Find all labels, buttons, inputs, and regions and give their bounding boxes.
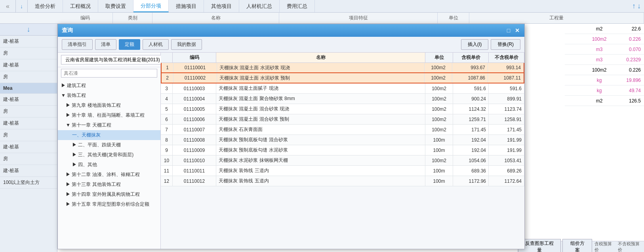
bg-unit: kg [589, 78, 609, 83]
tree-item[interactable]: 一、天棚抹灰 [58, 130, 160, 140]
tab-dingedit[interactable]: 定额 [119, 39, 140, 50]
data-row[interactable]: 401110004天棚抹灰 混凝土面 聚合物砂浆 8mm100m2900.248… [161, 94, 524, 104]
th-tax-price: 含税单价 [453, 53, 489, 63]
data-row[interactable]: 801110008天棚抹灰 预制底板勾缝 混合砂浆100m192.04191.9… [161, 135, 524, 145]
data-cell: 100m [425, 166, 453, 176]
nav-item-其他项目[interactable]: 其他项目 [204, 0, 239, 12]
data-table-body: 101110001天棚抹灰 混凝土面 水泥砂浆 现浇100m2993.67993… [161, 63, 524, 249]
nav-item-人材机汇总[interactable]: 人材机汇总 [239, 0, 280, 12]
col-header-feature: 项目特征 [279, 13, 438, 23]
tree-item[interactable]: ▶ 第九章 楼地面装饰工程 [58, 100, 160, 110]
sidebar-item[interactable]: 房 [0, 106, 57, 117]
col-header-qty: 工程量 [469, 13, 644, 23]
data-row[interactable]: 101110001天棚抹灰 混凝土面 水泥砂浆 现浇100m2993.67993… [161, 63, 524, 73]
bg-qty: 0.070 [617, 47, 641, 52]
data-row[interactable]: 1001110010天棚抹灰 水泥砂浆 抹钢板网天棚100m21054.0610… [161, 155, 524, 166]
data-cell: 7 [161, 125, 173, 135]
bg-row: m2126.5 [565, 96, 644, 106]
sidebar-item[interactable]: 房 [0, 47, 57, 59]
tab-mydata[interactable]: 我的数据 [171, 39, 202, 50]
collapse-btn[interactable]: « [0, 0, 16, 12]
sidebar-item[interactable]: 房 [0, 153, 57, 165]
data-cell: 4 [161, 94, 173, 104]
nav-down-btn[interactable]: ↓ [637, 2, 641, 10]
sidebar-item[interactable]: 建-桩基 [0, 141, 57, 153]
bg-qty: 0.226 [617, 67, 641, 73]
nav-up-btn[interactable]: ↑ [632, 2, 636, 10]
sidebar-item[interactable]: 建-桩基 [0, 165, 57, 177]
data-row[interactable]: 201110002天棚抹灰 混凝土面 水泥砂浆 预制100m21087.8610… [161, 73, 524, 83]
data-cell: 天棚抹灰 混凝土面 混合砂浆 预制 [216, 114, 425, 124]
data-row[interactable]: 1201110012天棚抹灰 装饰线 五道内100m1172.961172.64 [161, 176, 524, 186]
tab-qingdan[interactable]: 清单 [95, 39, 116, 50]
tree-item[interactable]: ▶ 第十五章 常用定型图章分析综合定额 [58, 199, 160, 209]
sidebar-item[interactable]: 建-桩基 [0, 36, 57, 47]
data-cell: 01110006 [173, 114, 216, 124]
replace-button[interactable]: 替换(R) [491, 39, 520, 50]
bg-row: m222.6 [565, 24, 644, 34]
data-row[interactable]: 901110009天棚抹灰 预制底板勾缝 水泥砂浆100m192.04191.9… [161, 145, 524, 155]
down-arrow-btn[interactable]: ↓ [16, 0, 28, 12]
data-cell: 1258.91 [489, 114, 524, 124]
sidebar-item[interactable]: 建-桩基 [0, 94, 57, 106]
tree-item[interactable]: ▶ 第十四章 室外附属及构筑物工程 [58, 189, 160, 199]
bg-row: kg49.74 [565, 85, 644, 96]
sidebar-item[interactable]: 房 [0, 129, 57, 141]
bg-qty: 0.226 [617, 36, 641, 42]
sidebar-item[interactable]: 建-桩基 [0, 59, 57, 71]
data-cell: 1259.71 [453, 114, 489, 124]
col-header-unit: 单位 [438, 13, 469, 23]
bg-row: 100m20.226 [565, 65, 644, 75]
sidebar-item[interactable]: 房 [0, 71, 57, 83]
tree-item[interactable]: ▶ 建筑工程 [58, 81, 160, 91]
col-header-name: 名称 [152, 13, 279, 23]
tree-item[interactable]: ▼ 装饰工程 [58, 91, 160, 100]
data-cell: 900.24 [453, 94, 489, 104]
quota-dropdown[interactable]: 云南省房屋建筑与装饰工程消耗量定额(2013) [61, 55, 169, 64]
data-cell: 01110009 [173, 145, 216, 155]
tree-item[interactable]: ▶ 三、其他天棚(龙骨和面层) [58, 150, 160, 160]
tree-item[interactable]: ▶ 第十章 墙、柱面与隔断、幕墙工程 [58, 110, 160, 120]
nav-item-取费设置[interactable]: 取费设置 [98, 0, 133, 12]
price-scheme-btn[interactable]: 组价方案 [562, 239, 592, 252]
sidebar-item[interactable]: 100以上竖向土方 [0, 177, 57, 189]
bg-unit: m2 [589, 26, 609, 32]
sidebar-down-btn[interactable]: ↓ [27, 25, 30, 34]
tree-item[interactable]: ▶ 第十二章 油漆、涂料、裱糊工程 [58, 170, 160, 180]
tab-qingdan-zhiyin[interactable]: 清单指引 [62, 39, 93, 50]
th-unit: 单位 [425, 53, 453, 63]
tab-rencaiji[interactable]: 人材机 [143, 39, 169, 50]
data-cell: 01110011 [173, 166, 216, 176]
data-cell: 5 [161, 104, 173, 114]
nav-item-费用汇总[interactable]: 费用汇总 [280, 0, 315, 12]
modal-minimize-btn[interactable]: □ [505, 27, 512, 34]
th-no [161, 53, 173, 63]
data-row[interactable]: 1101110011天棚抹灰 装饰线 三道内100m689.36689.26 [161, 166, 524, 176]
tree-search-input[interactable] [61, 69, 157, 78]
data-cell: 100m2 [425, 83, 453, 93]
tree-item[interactable]: ▶ 二、平面、跌级天棚 [58, 140, 160, 150]
tree-item[interactable]: ▶ 四、其他 [58, 160, 160, 170]
nav-item-工程概况[interactable]: 工程概况 [63, 0, 98, 12]
col-header-code: 编码 [57, 13, 113, 23]
sidebar-item[interactable]: Mea [0, 83, 57, 94]
nav-item-分部分项[interactable]: 分部分项 [133, 0, 169, 12]
data-row[interactable]: 301110003天棚抹灰 混凝土面腻子 现浇100m2591.6591.6 [161, 83, 524, 94]
sidebar-item[interactable]: 建-桩基 [0, 117, 57, 129]
nav-item-造价分析[interactable]: 造价分析 [28, 0, 63, 12]
tree-item[interactable]: ▼ 第十一章 天棚工程 [58, 120, 160, 130]
data-cell: 993.67 [452, 63, 488, 72]
tree-item[interactable]: ▶ 第十三章 其他装饰工程 [58, 180, 160, 189]
bg-row: 100m20.226 [565, 34, 644, 44]
nav-item-措施项目[interactable]: 措施项目 [169, 0, 204, 12]
bg-qty: 126.5 [617, 98, 641, 104]
data-cell: 100m2 [425, 155, 453, 165]
data-cell: 11 [161, 166, 173, 176]
modal-dialog: 查询 □ ✕ 清单指引 清单 定额 人材机 我的数据 插入(I) 替换(R) 云… [57, 24, 525, 249]
modal-close-btn[interactable]: ✕ [514, 27, 520, 34]
data-row[interactable]: 701110007天棚抹灰 石灰膏面面100m2171.45171.45 [161, 125, 524, 135]
data-row[interactable]: 601110006天棚抹灰 混凝土面 混合砂浆 预制100m21259.7112… [161, 114, 524, 125]
data-row[interactable]: 501110005天棚抹灰 混凝土面 混合砂浆 现浇100m21124.3211… [161, 104, 524, 114]
data-cell: 689.26 [489, 166, 524, 176]
insert-button[interactable]: 插入(I) [461, 39, 488, 50]
